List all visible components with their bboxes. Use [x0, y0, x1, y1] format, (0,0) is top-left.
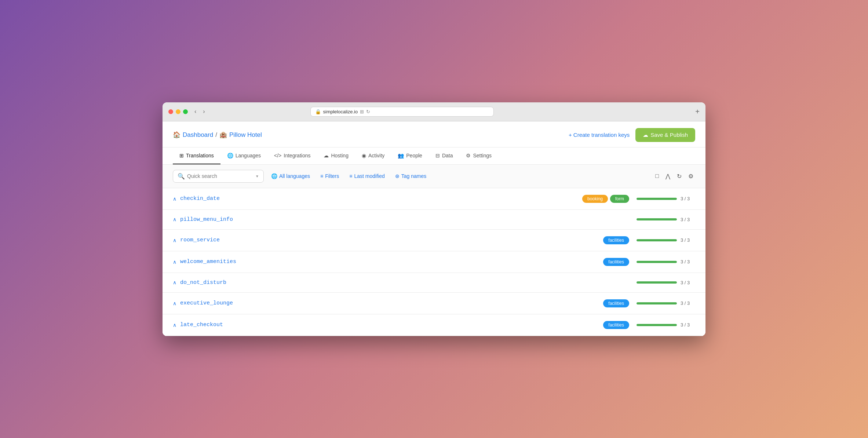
progress-fill: [637, 198, 677, 200]
progress-fill: [637, 324, 677, 326]
tab-activity[interactable]: ◉ Activity: [355, 147, 391, 164]
browser-chrome: ‹ › 🔒 simplelocalize.io ⊞ ↻ +: [163, 102, 705, 121]
tab-data[interactable]: ⊟ Data: [429, 147, 460, 164]
expand-icon[interactable]: ∧: [173, 322, 176, 328]
tab-settings[interactable]: ⚙ Settings: [459, 147, 498, 164]
breadcrumb-separator: /: [215, 131, 217, 139]
tag-facilities[interactable]: facilities: [603, 321, 629, 329]
close-button[interactable]: [168, 109, 173, 114]
back-button[interactable]: ‹: [192, 107, 198, 116]
tag-icon: ⊛: [395, 173, 400, 179]
expand-icon[interactable]: ∧: [173, 300, 176, 306]
translation-key: late_checkout: [180, 322, 603, 328]
tag-form[interactable]: form: [610, 195, 629, 203]
new-tab-button[interactable]: +: [695, 107, 700, 116]
sort-icon: ≡: [349, 173, 352, 179]
forward-button[interactable]: ›: [201, 107, 207, 116]
progress-fill: [637, 218, 677, 220]
progress-bar: [637, 302, 677, 304]
row-tags: facilities: [603, 258, 629, 266]
table-row[interactable]: ∧ checkin_date booking form 3 / 3: [163, 188, 705, 210]
tab-data-label: Data: [442, 153, 453, 158]
save-publish-label: Save & Publish: [650, 132, 688, 138]
settings-icon: ⚙: [466, 153, 471, 158]
progress-text: 3 / 3: [681, 217, 692, 222]
expand-icon[interactable]: ∧: [173, 237, 176, 243]
tab-languages[interactable]: 🌐 Languages: [220, 147, 267, 164]
traffic-lights: [168, 109, 188, 114]
search-dropdown-icon[interactable]: ▼: [255, 174, 259, 178]
tab-people[interactable]: 👥 People: [391, 147, 429, 164]
tab-translations[interactable]: ⊞ Translations: [173, 147, 220, 164]
column-settings-button[interactable]: ⚙: [686, 171, 695, 182]
expand-icon[interactable]: ∧: [173, 259, 176, 265]
progress-fill: [637, 302, 677, 304]
filters-icon: ≡: [320, 173, 323, 179]
lock-icon: 🔒: [315, 109, 321, 114]
nav-buttons: ‹ ›: [192, 107, 207, 116]
search-icon: 🔍: [178, 173, 185, 180]
tag-facilities[interactable]: facilities: [603, 299, 629, 307]
progress-bar: [637, 281, 677, 284]
top-bar: 🏠 Dashboard / 🏨 Pillow Hotel + Create tr…: [163, 121, 705, 147]
globe-icon: 🌐: [271, 173, 277, 179]
table-row[interactable]: ∧ do_not_disturb 3 / 3: [163, 273, 705, 293]
address-bar[interactable]: 🔒 simplelocalize.io ⊞ ↻: [310, 107, 494, 117]
table-row[interactable]: ∧ pillow_menu_info 3 / 3: [163, 210, 705, 230]
toolbar: 🔍 ▼ 🌐 All languages ≡ Filters ≡ Last mod…: [163, 165, 705, 188]
table-row[interactable]: ∧ executive_lounge facilities 3 / 3: [163, 293, 705, 314]
create-translation-keys-button[interactable]: + Create translation keys: [569, 132, 630, 138]
last-modified-label: Last modified: [354, 173, 384, 179]
maximize-button[interactable]: [183, 109, 188, 114]
nav-tabs: ⊞ Translations 🌐 Languages </> Integrati…: [163, 147, 705, 165]
table-row[interactable]: ∧ welcome_amenities facilities 3 / 3: [163, 251, 705, 273]
progress-fill: [637, 239, 677, 241]
tab-activity-label: Activity: [368, 153, 384, 158]
collapse-all-button[interactable]: ⋀: [664, 171, 672, 182]
toolbar-right: □ ⋀ ↻ ⚙: [653, 171, 695, 182]
table-row[interactable]: ∧ late_checkout facilities 3 / 3: [163, 314, 705, 336]
progress-text: 3 / 3: [681, 259, 692, 264]
translation-list: ∧ checkin_date booking form 3 / 3 ∧ pill…: [163, 188, 705, 336]
progress-bar: [637, 198, 677, 200]
tab-hosting[interactable]: ☁ Hosting: [317, 147, 355, 164]
tag-facilities[interactable]: facilities: [603, 236, 629, 244]
progress-fill: [637, 261, 677, 263]
filters-button[interactable]: ≡ Filters: [317, 171, 342, 181]
breadcrumb: 🏠 Dashboard / 🏨 Pillow Hotel: [173, 131, 262, 139]
expand-icon[interactable]: ∧: [173, 216, 176, 222]
cloud-icon: ☁: [643, 132, 648, 138]
progress-bar: [637, 324, 677, 326]
tag-names-button[interactable]: ⊛ Tag names: [392, 171, 429, 181]
search-input[interactable]: [187, 173, 253, 179]
translation-key: executive_lounge: [180, 300, 603, 306]
project-name[interactable]: Pillow Hotel: [229, 131, 262, 139]
translation-key: pillow_menu_info: [180, 216, 629, 223]
search-box[interactable]: 🔍 ▼: [173, 170, 264, 183]
expand-icon[interactable]: ∧: [173, 280, 176, 285]
translation-key: room_service: [180, 237, 603, 243]
expand-icon[interactable]: ∧: [173, 196, 176, 202]
tab-integrations[interactable]: </> Integrations: [267, 147, 317, 164]
dashboard-link[interactable]: Dashboard: [183, 131, 213, 139]
people-icon: 👥: [398, 153, 404, 158]
activity-icon: ◉: [362, 153, 366, 158]
minimize-button[interactable]: [176, 109, 180, 114]
table-row[interactable]: ∧ room_service facilities 3 / 3: [163, 230, 705, 251]
row-tags: booking form: [582, 195, 629, 203]
last-modified-button[interactable]: ≡ Last modified: [346, 171, 387, 181]
refresh-icon[interactable]: ↻: [366, 109, 370, 114]
tag-booking[interactable]: booking: [582, 195, 608, 203]
all-languages-button[interactable]: 🌐 All languages: [268, 171, 313, 181]
hosting-icon: ☁: [324, 153, 329, 158]
tab-languages-label: Languages: [236, 153, 261, 158]
tag-facilities[interactable]: facilities: [603, 258, 629, 266]
refresh-button[interactable]: ↻: [675, 171, 683, 182]
tab-hosting-label: Hosting: [331, 153, 348, 158]
tab-people-label: People: [406, 153, 422, 158]
view-toggle-button[interactable]: □: [653, 171, 661, 181]
languages-icon: 🌐: [227, 153, 233, 158]
project-icon: 🏨: [219, 131, 227, 139]
save-publish-button[interactable]: ☁ Save & Publish: [635, 128, 695, 142]
translations-icon: ⊞: [179, 153, 184, 158]
